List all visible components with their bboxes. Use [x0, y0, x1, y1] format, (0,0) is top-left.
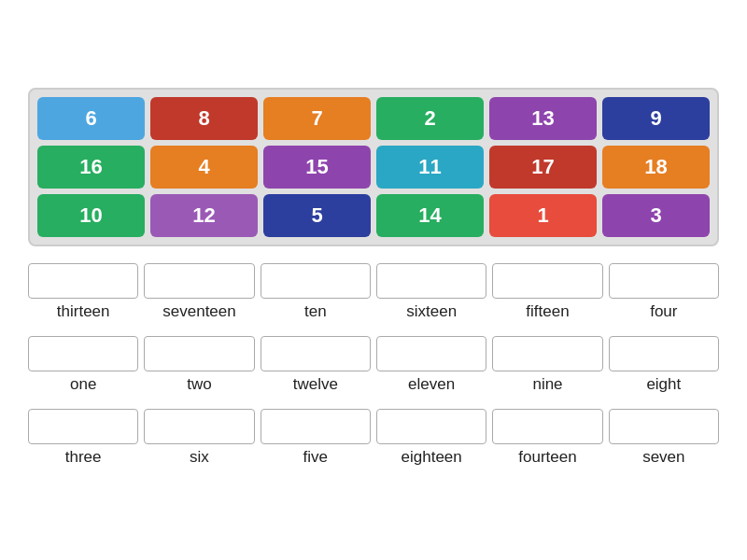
tiles-grid: 687213916415111718101251413	[28, 88, 719, 246]
word-item: eighteen	[376, 409, 486, 467]
word-rows-container: thirteenseventeentensixteenfifteenfouron…	[28, 263, 719, 467]
drop-box[interactable]	[144, 263, 254, 299]
word-label: seven	[642, 448, 684, 467]
word-row-3: threesixfiveeighteenfourteenseven	[28, 409, 719, 467]
word-label: seventeen	[162, 302, 235, 321]
drop-box[interactable]	[492, 409, 602, 444]
word-item: fourteen	[492, 409, 602, 467]
drop-box[interactable]	[261, 409, 371, 444]
word-label: two	[187, 375, 211, 394]
word-label: three	[65, 448, 102, 467]
drop-box[interactable]	[28, 263, 138, 299]
number-tile[interactable]: 6	[37, 97, 145, 140]
word-label: ten	[304, 302, 327, 321]
number-tile[interactable]: 4	[150, 146, 258, 189]
number-tile[interactable]: 3	[602, 194, 710, 237]
word-label: eleven	[408, 375, 455, 394]
word-item: twelve	[261, 336, 371, 394]
number-tile[interactable]: 16	[37, 146, 145, 189]
word-row-2: onetwotwelveelevennineeight	[28, 336, 719, 394]
word-item: fifteen	[492, 263, 602, 321]
number-tile[interactable]: 7	[263, 97, 371, 140]
drop-box[interactable]	[376, 409, 486, 444]
number-tile[interactable]: 9	[602, 97, 710, 140]
number-tile[interactable]: 11	[376, 146, 484, 189]
word-label: six	[190, 448, 209, 467]
word-item: ten	[261, 263, 371, 321]
word-item: seven	[609, 409, 719, 467]
word-label: fourteen	[518, 448, 576, 467]
word-label: thirteen	[57, 302, 110, 321]
number-tile[interactable]: 13	[489, 97, 597, 140]
main-container: 687213916415111718101251413 thirteenseve…	[19, 78, 728, 482]
number-tile[interactable]: 17	[489, 146, 597, 189]
number-tile[interactable]: 14	[376, 194, 484, 237]
word-item: four	[609, 263, 719, 321]
number-tile[interactable]: 1	[489, 194, 597, 237]
drop-box[interactable]	[492, 336, 602, 371]
drop-box[interactable]	[609, 336, 719, 371]
word-item: thirteen	[28, 263, 138, 321]
word-row-1: thirteenseventeentensixteenfifteenfour	[28, 263, 719, 321]
drop-box[interactable]	[609, 409, 719, 444]
drop-box[interactable]	[492, 263, 602, 299]
number-tile[interactable]: 15	[263, 146, 371, 189]
word-label: four	[650, 302, 677, 321]
number-tile[interactable]: 10	[37, 194, 145, 237]
word-item: eleven	[376, 336, 486, 394]
word-item: seventeen	[144, 263, 254, 321]
word-item: six	[144, 409, 254, 467]
number-tile[interactable]: 12	[150, 194, 258, 237]
word-item: eight	[609, 336, 719, 394]
drop-box[interactable]	[609, 263, 719, 299]
drop-box[interactable]	[28, 409, 138, 444]
drop-box[interactable]	[144, 336, 254, 371]
word-label: fifteen	[526, 302, 569, 321]
word-label: nine	[532, 375, 562, 394]
drop-box[interactable]	[376, 336, 486, 371]
word-label: eighteen	[402, 448, 462, 467]
word-label: five	[303, 448, 328, 467]
word-item: five	[261, 409, 371, 467]
number-tile[interactable]: 8	[150, 97, 258, 140]
word-item: three	[28, 409, 138, 467]
word-label: one	[70, 375, 96, 394]
number-tile[interactable]: 2	[376, 97, 484, 140]
word-label: eight	[646, 375, 681, 394]
word-item: nine	[492, 336, 602, 394]
word-item: sixteen	[376, 263, 486, 321]
number-tile[interactable]: 5	[263, 194, 371, 237]
word-item: two	[144, 336, 254, 394]
drop-box[interactable]	[261, 336, 371, 371]
drop-box[interactable]	[28, 336, 138, 371]
drop-box[interactable]	[261, 263, 371, 299]
word-label: twelve	[293, 375, 338, 394]
word-item: one	[28, 336, 138, 394]
word-label: sixteen	[406, 302, 457, 321]
number-tile[interactable]: 18	[602, 146, 710, 189]
drop-box[interactable]	[376, 263, 486, 299]
drop-box[interactable]	[144, 409, 254, 444]
